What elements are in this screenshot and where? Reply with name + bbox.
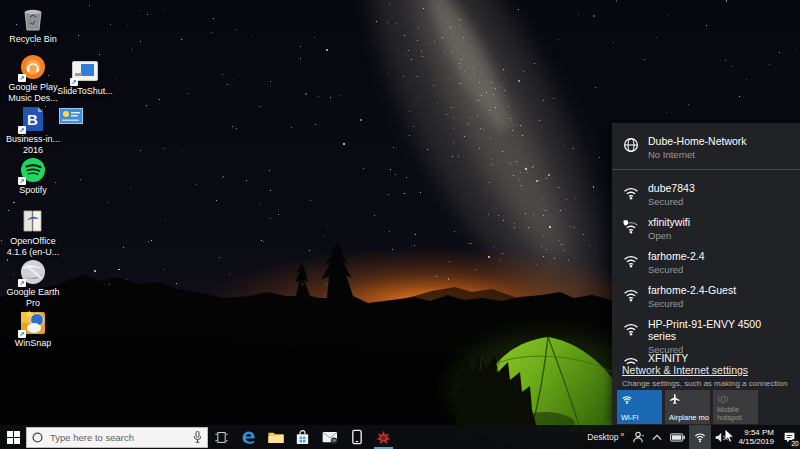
desktop-icon-recycle-bin[interactable]: Recycle Bin — [4, 6, 62, 45]
network-item[interactable]: dube7843 Secured — [612, 176, 800, 210]
desktop-widget-thumbnail[interactable] — [56, 108, 86, 124]
volume-tray-button[interactable] — [711, 425, 733, 449]
desktop-icon-business-in-2016[interactable]: B ↗ Business-in... 2016 — [4, 106, 62, 155]
edge-icon — [241, 430, 256, 445]
winsnap-icon: ↗ — [20, 310, 46, 336]
desktop-toolbar-label: Desktop — [587, 432, 618, 442]
network-tray-button[interactable] — [689, 425, 711, 449]
shortcut-arrow-icon: ↗ — [70, 78, 78, 86]
chevron-up-icon — [652, 434, 662, 441]
airplane-icon — [669, 393, 681, 405]
wifi-open-shield-icon — [622, 217, 640, 235]
file-explorer-icon — [268, 431, 284, 444]
shortcut-arrow-icon: ↗ — [18, 177, 26, 185]
taskbar-edge-button[interactable] — [235, 425, 262, 449]
network-item[interactable]: Dube-Home-Network No Internet — [612, 123, 800, 163]
chevron-expand-icon: » — [621, 431, 625, 438]
battery-icon — [670, 433, 685, 442]
wifi-icon — [622, 251, 640, 269]
globe-no-internet-icon — [622, 136, 640, 154]
mobile-hotspot-icon — [717, 393, 729, 405]
icon-label: Google Earth — [6, 287, 59, 298]
slidetoshut-icon: ↗ — [72, 58, 98, 84]
airplane-mode-button[interactable]: Airplane mode — [665, 390, 710, 424]
network-name: farhome-2.4-Guest — [648, 284, 736, 296]
icon-label: 2016 — [23, 145, 43, 156]
openoffice-icon — [20, 208, 46, 234]
task-view-icon — [215, 432, 228, 443]
icon-label: Pro — [26, 298, 40, 309]
icon-label: Business-in... — [6, 134, 60, 145]
microphone-icon[interactable] — [193, 431, 202, 443]
icon-label: Google Play — [8, 82, 57, 93]
taskbar-clock[interactable]: 9:54 PM 4/15/2019 — [733, 428, 779, 446]
phone-icon — [352, 429, 362, 445]
mail-icon: 99 — [322, 431, 338, 444]
business-document-icon: B ↗ — [20, 106, 46, 132]
desktop-icon-spotify[interactable]: ↗ Spotify — [4, 157, 62, 196]
svg-text:99: 99 — [332, 439, 336, 443]
shortcut-arrow-icon: ↗ — [18, 126, 26, 134]
desktop-icon-winsnap[interactable]: ↗ WinSnap — [4, 310, 62, 349]
network-internet-settings-link[interactable]: Network & Internet settings — [622, 364, 794, 376]
icon-label: Recycle Bin — [9, 34, 57, 45]
wifi-network-flyout: Dube-Home-Network No Internet dube7843 S… — [612, 123, 800, 425]
network-item[interactable]: farhome-2.4-Guest Secured — [612, 278, 800, 312]
network-status: No Internet — [648, 149, 747, 161]
action-center-button[interactable]: 20 — [779, 425, 800, 449]
network-status: Secured — [648, 298, 736, 310]
cortana-circle-icon — [32, 432, 43, 443]
google-play-music-icon: ↗ — [20, 54, 46, 80]
taskbar-running-app-button[interactable] — [370, 425, 397, 449]
notification-count-badge: 20 — [790, 439, 800, 448]
network-list: Dube-Home-Network No Internet dube7843 S… — [612, 123, 800, 368]
network-name: dube7843 — [648, 182, 695, 194]
mobile-hotspot-button[interactable]: Mobile hotspot — [713, 390, 758, 424]
desktop-icon-slidetoshut[interactable]: ↗ SlideToShut... — [56, 58, 114, 97]
system-tray: Desktop » — [583, 425, 800, 449]
icon-label: WinSnap — [15, 338, 52, 349]
desktop-toolbar[interactable]: Desktop » — [583, 425, 628, 449]
taskbar: 99 Desktop » — [0, 425, 800, 449]
windows-logo-icon — [7, 431, 20, 444]
shortcut-arrow-icon: ↗ — [18, 330, 26, 338]
taskbar-your-phone-button[interactable] — [343, 425, 370, 449]
wifi-icon — [622, 183, 640, 201]
wifi-icon — [622, 285, 640, 303]
network-item[interactable]: farhome-2.4 Secured — [612, 244, 800, 278]
divider — [612, 169, 800, 170]
battery-indicator[interactable] — [666, 425, 689, 449]
task-view-button[interactable] — [208, 425, 235, 449]
recycle-bin-icon — [20, 6, 46, 32]
desktop-icon-openoffice[interactable]: OpenOffice 4.1.6 (en-U... — [4, 208, 62, 257]
people-button[interactable] — [628, 425, 648, 449]
desktop-icon-google-play-music[interactable]: ↗ Google Play Music Des... — [4, 54, 62, 103]
network-name: HP-Print-91-ENVY 4500 series — [648, 318, 790, 342]
taskbar-mail-button[interactable]: 99 — [316, 425, 343, 449]
taskbar-store-button[interactable] — [289, 425, 316, 449]
taskbar-file-explorer-button[interactable] — [262, 425, 289, 449]
search-input[interactable] — [48, 431, 188, 444]
windows-desktop: Recycle Bin ↗ Google Play Music Des... ↗… — [0, 0, 800, 449]
shortcut-arrow-icon: ↗ — [18, 279, 26, 287]
shortcut-arrow-icon: ↗ — [18, 74, 26, 82]
icon-label: SlideToShut... — [57, 86, 113, 97]
wifi-toggle-button[interactable]: Wi-Fi — [617, 390, 662, 424]
microsoft-store-icon — [296, 430, 309, 445]
svg-text:B: B — [27, 111, 38, 128]
show-hidden-icons-button[interactable] — [648, 425, 666, 449]
icon-label: OpenOffice — [10, 236, 55, 247]
quick-action-label: Airplane mode — [669, 414, 709, 422]
network-item[interactable]: HP-Print-91-ENVY 4500 series Secured — [612, 312, 800, 346]
network-status: Open — [648, 230, 690, 242]
clock-date: 4/15/2019 — [738, 437, 774, 446]
wifi-icon — [621, 393, 633, 405]
quick-action-label: Mobile hotspot — [717, 406, 757, 422]
taskbar-search-box[interactable] — [26, 427, 208, 448]
network-item[interactable]: xfinitywifi Open — [612, 210, 800, 244]
spotify-icon: ↗ — [20, 157, 46, 183]
desktop-icon-google-earth-pro[interactable]: ↗ Google Earth Pro — [4, 259, 62, 308]
quick-actions: Wi-Fi Airplane mode Mobile hotspot — [617, 390, 758, 424]
icon-label: Spotify — [19, 185, 47, 196]
start-button[interactable] — [0, 425, 26, 449]
